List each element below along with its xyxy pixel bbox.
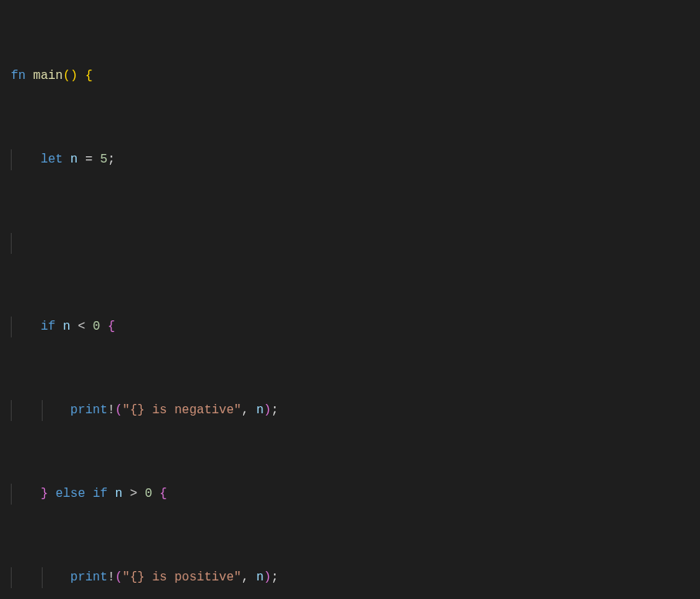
keyword-else: else [56,487,85,501]
keyword-fn: fn [11,69,26,83]
paren-open: ( [115,403,122,417]
function-name: main [33,69,63,83]
macro-bang: ! [108,570,115,584]
keyword-let: let [40,152,63,166]
code-editor[interactable]: fn main() { let n = 5; if n < 0 { print!… [0,0,700,599]
paren-close: ) [264,403,272,417]
macro-print: print [70,403,108,417]
code-line: let n = 5; [11,149,700,170]
comma: , [242,570,249,584]
code-line: } else if n > 0 { [11,484,700,505]
operator-gt: > [130,487,138,501]
code-line [11,233,700,254]
semicolon: ; [108,152,115,166]
variable-n: n [63,320,70,334]
paren-open: ( [115,570,122,584]
code-line: print!("{} is negative", n); [11,400,700,421]
keyword-if: if [93,487,108,501]
brace-open: { [160,487,167,501]
operator-lt: < [77,320,85,334]
paren-open: ( [63,69,70,83]
variable-n: n [256,403,264,417]
brace-close: } [40,487,48,501]
comma: , [242,403,249,417]
semicolon: ; [271,570,279,584]
paren-close: ) [70,69,78,83]
brace-open: { [108,320,115,334]
code-line: print!("{} is positive", n); [11,567,700,588]
variable-n: n [256,570,264,584]
keyword-if: if [40,320,55,334]
string-literal: "{} is positive" [122,570,242,584]
macro-bang: ! [108,403,115,417]
semicolon: ; [271,403,279,417]
code-line: if n < 0 { [11,317,700,337]
variable-n: n [115,487,122,501]
variable-n: n [70,152,78,166]
literal-number: 0 [145,487,153,501]
literal-number: 5 [100,152,108,166]
macro-print: print [70,570,108,584]
string-literal: "{} is negative" [122,403,242,417]
code-line: fn main() { [11,66,700,87]
literal-number: 0 [93,320,101,334]
paren-close: ) [264,570,272,584]
operator-assign: = [85,152,93,166]
brace-open: { [85,69,93,83]
